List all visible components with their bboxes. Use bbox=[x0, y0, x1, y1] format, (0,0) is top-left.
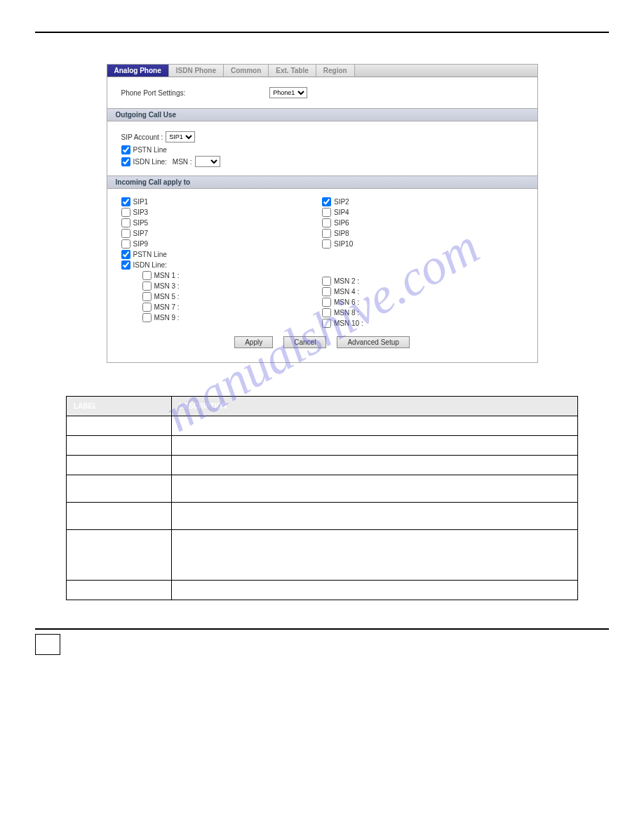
isdn2-checkbox[interactable] bbox=[121, 260, 130, 270]
sip4-label: SIP4 bbox=[334, 208, 349, 216]
isdn-label: ISDN Line: bbox=[133, 158, 167, 166]
msn8-checkbox[interactable] bbox=[322, 308, 331, 317]
table-header-row: LABEL DESCRIPTION bbox=[67, 397, 578, 416]
msn1-label: MSN 1 : bbox=[154, 272, 180, 279]
sip3-label: SIP3 bbox=[133, 208, 149, 216]
sip10-label: SIP10 bbox=[334, 240, 353, 248]
advanced-button[interactable]: Advanced Setup bbox=[337, 336, 409, 348]
msn6-label: MSN 6 : bbox=[334, 298, 359, 306]
table-caption: Table 49 VoIP > Phone > Analog Phone bbox=[70, 384, 609, 392]
msn5-label: MSN 5 : bbox=[154, 293, 180, 300]
th-description: DESCRIPTION bbox=[172, 397, 578, 416]
msn7-checkbox[interactable] bbox=[142, 303, 152, 312]
cancel-button[interactable]: Cancel bbox=[283, 336, 326, 348]
footer-title: P-2602HWNLI User's Guide bbox=[70, 633, 609, 640]
sip5-checkbox[interactable] bbox=[121, 218, 130, 227]
sip3-checkbox[interactable] bbox=[121, 208, 130, 217]
page-footer: 156 P-2602HWNLI User's Guide bbox=[35, 628, 609, 640]
msn4-label: MSN 4 : bbox=[334, 288, 359, 296]
section-outgoing: Outgoing Call Use bbox=[107, 108, 537, 121]
tab-bar: Analog Phone ISDN Phone Common Ext. Tabl… bbox=[107, 65, 537, 77]
sip10-checkbox[interactable] bbox=[322, 239, 331, 249]
sip4-checkbox[interactable] bbox=[322, 208, 331, 217]
msn3-label: MSN 3 : bbox=[154, 282, 180, 290]
sip7-label: SIP7 bbox=[133, 230, 149, 237]
pstn2-checkbox[interactable] bbox=[121, 250, 130, 259]
description-table: LABEL DESCRIPTION Phone Port SettingsSel… bbox=[66, 396, 578, 600]
tab-ext-table[interactable]: Ext. Table bbox=[269, 65, 316, 77]
msn4-checkbox[interactable] bbox=[322, 287, 331, 296]
isdn2-label: ISDN Line: bbox=[133, 261, 167, 269]
sip6-label: SIP6 bbox=[334, 219, 349, 227]
tab-common[interactable]: Common bbox=[224, 65, 269, 77]
isdn-checkbox[interactable] bbox=[121, 157, 130, 166]
msn9-label: MSN 9 : bbox=[154, 314, 180, 322]
table-row: Outgoing Call Use bbox=[67, 436, 578, 456]
tab-region[interactable]: Region bbox=[316, 65, 355, 77]
sip6-checkbox[interactable] bbox=[322, 218, 331, 227]
msn8-label: MSN 8 : bbox=[334, 309, 359, 317]
sip7-checkbox[interactable] bbox=[121, 229, 130, 238]
msn-select[interactable] bbox=[195, 156, 220, 167]
table-row: Incoming Call apply to bbox=[67, 581, 578, 600]
pstn-checkbox[interactable] bbox=[121, 145, 130, 154]
page-number: 156 bbox=[35, 634, 60, 655]
table-row: Phone Port SettingsSelect the phone port… bbox=[67, 416, 578, 436]
sip2-label: SIP2 bbox=[334, 198, 349, 206]
sip5-label: SIP5 bbox=[133, 219, 149, 227]
table-row: ISDN Line(P-2602HWNLI only) Select this … bbox=[67, 503, 578, 530]
table-row: MSNMultiple Subscriber Numbers are the e… bbox=[67, 530, 578, 581]
pstn2-label: PSTN Line bbox=[133, 251, 167, 258]
sip1-checkbox[interactable] bbox=[121, 197, 130, 206]
chapter-title: Chapter 8 VoIP Trunking bbox=[35, 21, 609, 29]
sip8-label: SIP8 bbox=[334, 230, 349, 237]
msn7-label: MSN 7 : bbox=[154, 303, 180, 311]
sip-account-label: SIP Account : bbox=[121, 133, 163, 141]
sip9-label: SIP9 bbox=[133, 240, 149, 248]
apply-button[interactable]: Apply bbox=[234, 336, 273, 348]
phone-port-select[interactable]: Phone1 bbox=[269, 87, 307, 98]
sip2-checkbox[interactable] bbox=[322, 197, 331, 206]
msn5-checkbox[interactable] bbox=[142, 292, 152, 301]
pstn-label: PSTN Line bbox=[133, 146, 167, 154]
phone-port-label: Phone Port Settings: bbox=[121, 89, 186, 97]
page-header: Chapter 8 VoIP Trunking bbox=[35, 21, 609, 33]
sip9-checkbox[interactable] bbox=[121, 239, 130, 249]
sip8-checkbox[interactable] bbox=[322, 229, 331, 238]
figure-caption: Figure 75 VoIP > Phone > Analog Phone (P… bbox=[98, 47, 609, 55]
msn10-label: MSN 10 : bbox=[334, 319, 363, 327]
ui-panel: Analog Phone ISDN Phone Common Ext. Tabl… bbox=[107, 64, 538, 363]
msn1-checkbox[interactable] bbox=[142, 271, 152, 280]
msn3-checkbox[interactable] bbox=[142, 282, 152, 291]
sip1-label: SIP1 bbox=[133, 198, 149, 206]
sip-account-select[interactable]: SIP1 bbox=[166, 131, 195, 143]
table-row: PSTN LineSelect this if you want to use … bbox=[67, 475, 578, 503]
msn2-checkbox[interactable] bbox=[322, 277, 331, 286]
tab-isdn-phone[interactable]: ISDN Phone bbox=[169, 65, 224, 77]
tab-analog-phone[interactable]: Analog Phone bbox=[107, 65, 169, 77]
msn6-checkbox[interactable] bbox=[322, 298, 331, 307]
msn-label: MSN : bbox=[173, 158, 192, 166]
msn2-label: MSN 2 : bbox=[334, 277, 359, 285]
table-row: SIP AccountSelect the SIP account you wa… bbox=[67, 456, 578, 475]
msn10-checkbox[interactable] bbox=[322, 319, 331, 328]
section-incoming: Incoming Call apply to bbox=[107, 176, 537, 189]
msn9-checkbox[interactable] bbox=[142, 313, 152, 322]
th-label: LABEL bbox=[67, 397, 172, 416]
